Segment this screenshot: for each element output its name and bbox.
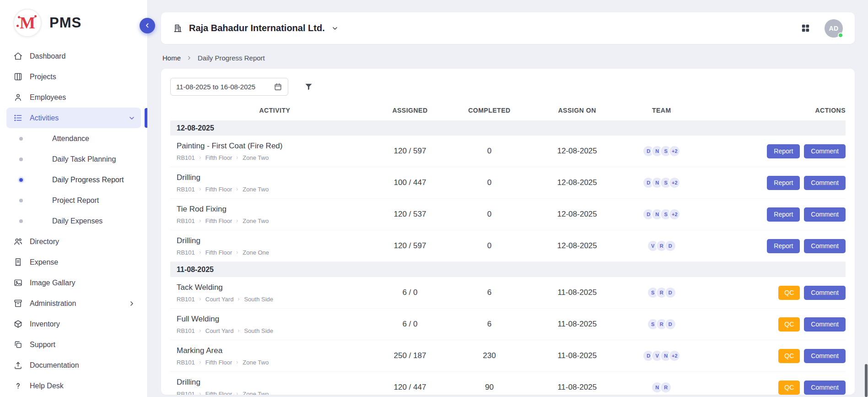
comment-button[interactable]: Comment	[804, 286, 846, 300]
report-button[interactable]: Report	[767, 207, 800, 222]
apps-grid-icon[interactable]	[800, 23, 811, 33]
report-button[interactable]: Report	[767, 239, 800, 253]
bullet-icon	[19, 158, 23, 161]
app-logo: M	[13, 9, 42, 37]
sidebar-subitem-daily-progress-report[interactable]: Daily Progress Report	[0, 169, 147, 190]
activity-cell: Tie Rod FixingRB101Fifth FloorZone Two	[170, 205, 373, 224]
comment-button[interactable]: Comment	[804, 207, 846, 222]
projects-icon	[13, 72, 23, 82]
activity-name: Marking Area	[177, 346, 373, 355]
sidebar-subitem-project-report[interactable]: Project Report	[0, 190, 147, 211]
assigned-cell: 120 / 597	[373, 241, 447, 250]
team-cell: SRD	[623, 287, 701, 299]
sidebar-subitem-daily-expenses[interactable]: Daily Expenses	[0, 211, 147, 231]
sidebar-subitem-daily-task-planning[interactable]: Daily Task Planning	[0, 149, 147, 169]
sidebar-item-label: Help Desk	[30, 382, 64, 390]
sidebar-item-image-gallary[interactable]: Image Gallary	[6, 272, 141, 293]
qc-button[interactable]: QC	[778, 349, 800, 363]
sidebar-item-projects[interactable]: Projects	[6, 66, 141, 87]
path-segment: Zone One	[243, 249, 269, 256]
chevron-right-icon	[198, 392, 202, 395]
report-button[interactable]: Report	[767, 176, 800, 190]
comment-button[interactable]: Comment	[804, 176, 846, 190]
sidebar-item-expense[interactable]: Expense	[6, 252, 141, 272]
home-icon	[13, 51, 23, 61]
sidebar-item-documentation[interactable]: Documentation	[6, 355, 141, 375]
team-avatar: D	[664, 318, 676, 330]
team-cell: NR	[623, 381, 701, 393]
breadcrumb-item-home[interactable]: Home	[162, 54, 181, 62]
assign-on-cell: 11-08-2025	[532, 320, 623, 329]
activity-name: Drilling	[177, 236, 373, 245]
activity-cell: DrillingRB101Fifth FloorZone Two	[170, 378, 373, 395]
sidebar-item-help-desk[interactable]: Help Desk	[6, 375, 141, 396]
activity-cell: Tack WeldingRB101Court YardSouth Side	[170, 283, 373, 303]
filter-icon[interactable]	[304, 82, 313, 92]
completed-cell: 0	[447, 241, 532, 250]
assign-on-cell: 12-08-2025	[532, 241, 623, 250]
expense-icon	[13, 257, 23, 267]
activity-location-path: RB101Fifth FloorZone One	[177, 249, 373, 256]
topbar: Raja Bahadur International Ltd. AD	[161, 12, 855, 44]
bullet-icon	[19, 178, 23, 182]
activity-location-path: RB101Fifth FloorZone Two	[177, 186, 373, 193]
activity-location-path: RB101Fifth FloorZone Two	[177, 218, 373, 224]
calendar-icon	[274, 82, 282, 91]
team-more-badge[interactable]: +2	[669, 177, 680, 189]
table-row: DrillingRB101Fifth FloorZone Two120 / 44…	[170, 372, 846, 395]
chevron-right-icon	[235, 250, 239, 255]
sidebar-item-support[interactable]: Support	[6, 334, 141, 355]
comment-button[interactable]: Comment	[804, 144, 846, 158]
activity-location-path: RB101Fifth FloorZone Two	[177, 359, 373, 366]
sidebar: M PMS ‹ DashboardProjectsEmployeesActivi…	[0, 0, 148, 397]
report-button[interactable]: Report	[767, 144, 800, 158]
comment-button[interactable]: Comment	[804, 239, 846, 253]
administration-icon	[13, 299, 23, 308]
path-segment: Fifth Floor	[205, 186, 232, 193]
chevron-right-icon	[198, 156, 202, 160]
team-cell: DNS+2	[623, 177, 701, 189]
qc-button[interactable]: QC	[778, 286, 800, 300]
help-icon	[13, 381, 23, 391]
column-header-completed: COMPLETED	[447, 107, 532, 114]
date-range-value: 11-08-2025 to 16-08-2025	[176, 83, 255, 91]
activity-name: Tie Rod Fixing	[177, 205, 373, 214]
chevron-right-icon	[235, 392, 239, 395]
team-cell: DNS+2	[623, 208, 701, 220]
comment-button[interactable]: Comment	[804, 349, 846, 363]
comment-button[interactable]: Comment	[804, 381, 846, 395]
sidebar-subitem-attendance[interactable]: Attendance	[0, 128, 147, 149]
avatar-initials: AD	[829, 25, 838, 32]
chevron-right-icon	[198, 219, 202, 223]
sidebar-item-activities[interactable]: Activities	[6, 108, 141, 128]
company-selector[interactable]: Raja Bahadur International Ltd.	[173, 23, 339, 33]
sidebar-item-dashboard[interactable]: Dashboard	[6, 46, 141, 66]
sidebar-item-inventory[interactable]: Inventory	[6, 314, 141, 334]
user-avatar[interactable]: AD	[825, 19, 843, 38]
path-segment: RB101	[177, 186, 195, 193]
path-segment: RB101	[177, 359, 195, 366]
team-more-badge[interactable]: +2	[669, 145, 680, 157]
date-range-input[interactable]: 11-08-2025 to 16-08-2025	[170, 78, 288, 96]
chevron-right-icon	[186, 55, 192, 61]
assign-on-cell: 12-08-2025	[532, 178, 623, 187]
completed-cell: 90	[447, 383, 532, 392]
chevron-right-icon	[235, 156, 239, 160]
bullet-icon	[19, 219, 23, 223]
sidebar-item-employees[interactable]: Employees	[6, 87, 141, 108]
assign-on-cell: 12-08-2025	[532, 147, 623, 156]
qc-button[interactable]: QC	[778, 381, 800, 395]
activity-name: Painting - First Coat (Fire Red)	[177, 141, 373, 151]
filter-row: 11-08-2025 to 16-08-2025	[170, 78, 846, 96]
qc-button[interactable]: QC	[778, 317, 800, 332]
scrollbar-thumb[interactable]	[865, 364, 868, 397]
sidebar-collapse-button[interactable]: ‹	[140, 18, 155, 33]
path-segment: South Side	[244, 327, 273, 334]
sidebar-item-directory[interactable]: Directory	[6, 231, 141, 252]
team-more-badge[interactable]: +2	[669, 350, 680, 362]
sidebar-item-administration[interactable]: Administration	[6, 293, 141, 314]
assign-on-cell: 11-08-2025	[532, 288, 623, 297]
comment-button[interactable]: Comment	[804, 317, 846, 332]
table-row: DrillingRB101Fifth FloorZone Two100 / 44…	[170, 167, 846, 199]
team-more-badge[interactable]: +2	[669, 208, 680, 220]
